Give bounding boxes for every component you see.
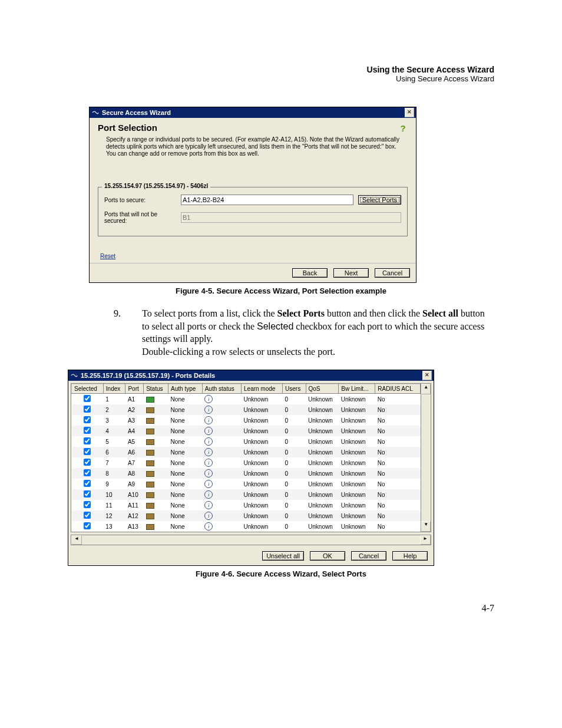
cell-status <box>144 436 168 447</box>
info-icon: i <box>204 512 213 520</box>
col-bw-limit[interactable]: Bw Limit... <box>339 384 375 394</box>
row-checkbox[interactable] <box>84 490 91 498</box>
cell-port: A2 <box>125 404 144 415</box>
scroll-down-icon[interactable]: ▼ <box>421 521 431 532</box>
vertical-scrollbar[interactable]: ▲ ▼ <box>421 384 431 532</box>
col-radius-acl[interactable]: RADIUS ACL <box>375 384 421 394</box>
col-port[interactable]: Port <box>125 384 144 394</box>
cell-auth-type: None <box>168 404 203 415</box>
cell-users: 0 <box>283 394 306 405</box>
col-learn-mode[interactable]: Learn mode <box>242 384 283 394</box>
scroll-left-icon[interactable]: ◄ <box>71 535 82 545</box>
help-button[interactable]: Help <box>392 551 428 561</box>
ports-to-secure-input[interactable] <box>181 195 353 205</box>
table-row[interactable]: 5A5NoneiUnknown0UnknownUnknownNo <box>72 436 421 447</box>
cell-bw-limit: Unknown <box>339 521 375 532</box>
cell-learn-mode: Unknown <box>242 479 283 489</box>
close-icon[interactable]: ✕ <box>422 371 432 380</box>
table-row[interactable]: 7A7NoneiUnknown0UnknownUnknownNo <box>72 457 421 468</box>
cell-qos: Unknown <box>306 426 339 436</box>
cell-radius-acl: No <box>375 415 421 426</box>
cell-port: A7 <box>125 457 144 468</box>
row-checkbox[interactable] <box>84 448 91 455</box>
table-row[interactable]: 4A4NoneiUnknown0UnknownUnknownNo <box>72 426 421 436</box>
cell-radius-acl: No <box>375 521 421 532</box>
table-row[interactable]: 13A13NoneiUnknown0UnknownUnknownNo <box>72 521 421 532</box>
cell-auth-status: i <box>202 468 241 479</box>
ports-not-secured-input[interactable] <box>181 212 401 223</box>
row-checkbox[interactable] <box>84 501 91 508</box>
cell-auth-status: i <box>202 489 241 500</box>
horizontal-scrollbar[interactable]: ◄ ► <box>71 535 431 545</box>
cell-auth-type: None <box>168 510 203 521</box>
row-checkbox[interactable] <box>84 459 91 466</box>
cell-radius-acl: No <box>375 510 421 521</box>
cell-port: A9 <box>125 479 144 489</box>
col-auth-type[interactable]: Auth type <box>168 384 203 394</box>
cell-port: A12 <box>125 510 144 521</box>
reset-link[interactable]: Reset <box>100 253 115 259</box>
cancel-button[interactable]: Cancel <box>375 268 410 278</box>
close-icon[interactable]: ✕ <box>405 108 414 117</box>
cell-learn-mode: Unknown <box>242 500 283 510</box>
cell-radius-acl: No <box>375 447 421 457</box>
table-row[interactable]: 1A1NoneiUnknown0UnknownUnknownNo <box>72 394 421 405</box>
back-button[interactable]: Back <box>292 268 328 278</box>
row-checkbox[interactable] <box>84 406 91 413</box>
col-status[interactable]: Status <box>144 384 168 394</box>
cell-auth-type: None <box>168 447 203 457</box>
scroll-right-icon[interactable]: ► <box>420 535 431 545</box>
cell-auth-status: i <box>202 447 241 457</box>
cell-qos: Unknown <box>306 436 339 447</box>
next-button[interactable]: Next <box>333 268 369 278</box>
row-checkbox[interactable] <box>84 522 91 529</box>
row-checkbox[interactable] <box>84 512 91 519</box>
help-icon[interactable]: ? <box>398 123 408 133</box>
cell-port: A10 <box>125 489 144 500</box>
table-row[interactable]: 8A8NoneiUnknown0UnknownUnknownNo <box>72 468 421 479</box>
info-icon: i <box>204 469 213 477</box>
table-row[interactable]: 9A9NoneiUnknown0UnknownUnknownNo <box>72 479 421 489</box>
table-row[interactable]: 10A10NoneiUnknown0UnknownUnknownNo <box>72 489 421 500</box>
cell-port: A3 <box>125 415 144 426</box>
page-number: 4-7 <box>482 603 494 614</box>
ok-button[interactable]: OK <box>310 551 345 561</box>
row-checkbox[interactable] <box>84 395 91 402</box>
col-qos[interactable]: QoS <box>306 384 339 394</box>
cell-learn-mode: Unknown <box>242 426 283 436</box>
table-row[interactable]: 3A3NoneiUnknown0UnknownUnknownNo <box>72 415 421 426</box>
cell-qos: Unknown <box>306 404 339 415</box>
row-checkbox[interactable] <box>84 480 91 487</box>
table-row[interactable]: 2A2NoneiUnknown0UnknownUnknownNo <box>72 404 421 415</box>
col-users[interactable]: Users <box>283 384 306 394</box>
port-status-icon <box>146 503 154 509</box>
step-number: 9. <box>114 307 121 320</box>
row-checkbox[interactable] <box>84 469 91 476</box>
scroll-up-icon[interactable]: ▲ <box>421 384 431 394</box>
cell-qos: Unknown <box>306 500 339 510</box>
cell-status <box>144 479 168 489</box>
col-auth-status[interactable]: Auth status <box>202 384 241 394</box>
fieldset-legend: 15.255.154.97 (15.255.154.97) - 5406zl <box>102 183 210 189</box>
table-row[interactable]: 12A12NoneiUnknown0UnknownUnknownNo <box>72 510 421 521</box>
ports-not-secured-label: Ports that will not be secured: <box>104 211 181 224</box>
select-ports-button[interactable]: Select Ports <box>358 195 401 205</box>
cell-index: 9 <box>103 479 125 489</box>
table-row[interactable]: 6A6NoneiUnknown0UnknownUnknownNo <box>72 447 421 457</box>
table-row[interactable]: 11A11NoneiUnknown0UnknownUnknownNo <box>72 500 421 510</box>
cancel-button[interactable]: Cancel <box>351 551 386 561</box>
cell-auth-type: None <box>168 489 203 500</box>
info-icon: i <box>204 437 213 446</box>
row-checkbox[interactable] <box>84 427 91 434</box>
row-checkbox[interactable] <box>84 437 91 444</box>
col-selected[interactable]: Selected <box>72 384 104 394</box>
col-index[interactable]: Index <box>103 384 125 394</box>
unselect-all-button[interactable]: Unselect all <box>262 551 304 561</box>
port-status-icon <box>146 492 154 498</box>
cell-learn-mode: Unknown <box>242 447 283 457</box>
row-checkbox[interactable] <box>84 416 91 423</box>
cell-radius-acl: No <box>375 404 421 415</box>
cell-learn-mode: Unknown <box>242 404 283 415</box>
cell-qos: Unknown <box>306 457 339 468</box>
ports-to-secure-label: Ports to secure: <box>104 197 181 203</box>
